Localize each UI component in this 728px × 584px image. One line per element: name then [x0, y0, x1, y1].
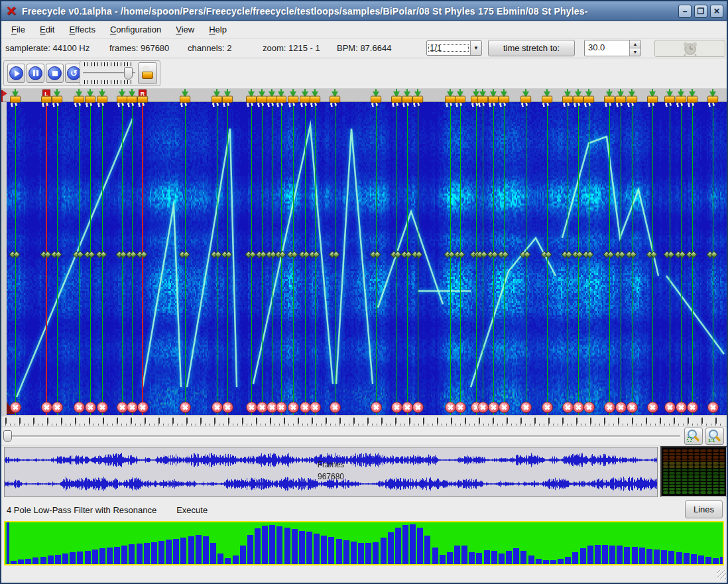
slice-diamond-handle[interactable]	[477, 252, 485, 257]
slice-diamond-handle[interactable]	[520, 252, 528, 257]
slice-diamond-handle[interactable]	[300, 252, 308, 257]
envelope-bar[interactable]	[188, 536, 194, 564]
slice-diamond-handle[interactable]	[117, 252, 125, 257]
envelope-bar[interactable]	[587, 546, 593, 564]
slice-diamond-handle[interactable]	[310, 252, 318, 257]
envelope-bar[interactable]	[233, 555, 239, 564]
slice-delete-icon[interactable]	[647, 402, 658, 413]
slider-handle[interactable]	[124, 67, 133, 80]
envelope-bar[interactable]	[55, 555, 61, 564]
slice-delete-icon[interactable]	[583, 402, 595, 413]
envelope-bar[interactable]	[440, 555, 446, 564]
envelope-bar[interactable]	[62, 554, 68, 564]
menu-configuration[interactable]: Configuration	[103, 23, 168, 36]
slice-delete-icon[interactable]	[499, 402, 510, 413]
slice-diamond-handle[interactable]	[391, 252, 399, 257]
envelope-bar[interactable]	[461, 546, 467, 564]
envelope-bar[interactable]	[269, 525, 275, 564]
slice-delete-icon[interactable]	[664, 402, 676, 413]
envelope-bar[interactable]	[225, 558, 231, 564]
slice-diamond-handle[interactable]	[10, 252, 18, 257]
slice-diamond-handle[interactable]	[371, 252, 379, 257]
envelope-bar[interactable]	[668, 551, 674, 564]
envelope-bar[interactable]	[328, 537, 334, 564]
envelope-bar[interactable]	[646, 549, 652, 564]
envelope-bar[interactable]	[543, 560, 549, 564]
envelope-bar[interactable]	[284, 528, 290, 564]
slice-diamond-handle[interactable]	[647, 252, 655, 257]
pause-button[interactable]	[27, 64, 44, 83]
slice-delete-icon[interactable]	[573, 402, 584, 413]
spin-up-icon[interactable]: ▲	[630, 40, 640, 48]
envelope-bar[interactable]	[203, 536, 209, 564]
envelope-bar[interactable]	[513, 548, 519, 564]
execute-button[interactable]: Execute	[176, 505, 208, 515]
envelope-bar[interactable]	[129, 544, 135, 564]
envelope-bar[interactable]	[343, 540, 349, 564]
slice-diamond-handle[interactable]	[499, 252, 507, 257]
envelope-bar[interactable]	[292, 529, 298, 564]
slice-delete-icon[interactable]	[74, 402, 85, 413]
envelope-bar[interactable]	[7, 522, 9, 564]
resize-grip[interactable]	[717, 570, 726, 579]
envelope-bar[interactable]	[196, 535, 202, 564]
envelope-bar[interactable]	[691, 554, 697, 564]
play-button[interactable]	[7, 64, 25, 83]
slice-delete-icon[interactable]	[127, 402, 138, 413]
envelope-bar[interactable]	[240, 546, 246, 564]
envelope-bar[interactable]	[484, 550, 490, 564]
envelope-bar[interactable]	[580, 548, 586, 564]
slice-diamond-handle[interactable]	[288, 252, 296, 257]
slice-delete-icon[interactable]	[137, 402, 149, 413]
envelope-bar[interactable]	[114, 547, 120, 564]
slice-delete-icon[interactable]	[542, 402, 553, 413]
hscroll-groove[interactable]	[4, 436, 680, 438]
envelope-bar[interactable]	[381, 538, 387, 564]
envelope-bar[interactable]	[144, 543, 150, 564]
slice-delete-icon[interactable]	[330, 402, 341, 413]
slice-diamond-handle[interactable]	[676, 252, 684, 257]
envelope-bar[interactable]	[550, 560, 556, 564]
slice-delete-icon[interactable]	[10, 402, 21, 413]
envelope-bar[interactable]	[107, 548, 113, 564]
slice-delete-icon[interactable]	[212, 402, 223, 413]
slice-delete-icon[interactable]	[707, 402, 719, 413]
slice-diamond-handle[interactable]	[257, 252, 265, 257]
slice-delete-icon[interactable]	[627, 402, 638, 413]
slice-diamond-handle[interactable]	[41, 252, 49, 257]
close-button[interactable]: ✕	[710, 5, 723, 18]
envelope-bar[interactable]	[602, 545, 608, 564]
slice-diamond-handle[interactable]	[664, 252, 672, 257]
slice-diamond-handle[interactable]	[445, 252, 453, 257]
slice-diamond-handle[interactable]	[402, 252, 410, 257]
hscroll-handle[interactable]	[3, 430, 12, 442]
envelope-bar[interactable]	[262, 526, 268, 564]
envelope-bar[interactable]	[306, 532, 312, 564]
envelope-bar[interactable]	[32, 557, 38, 564]
envelope-bar[interactable]	[166, 540, 172, 564]
slice-diamond-handle[interactable]	[707, 252, 715, 257]
envelope-bar[interactable]	[447, 552, 453, 564]
fraction-select[interactable]: 1/1 ▼	[426, 40, 482, 56]
slice-diamond-handle[interactable]	[583, 252, 591, 257]
slice-diamond-handle[interactable]	[137, 252, 145, 257]
slice-diamond-handle[interactable]	[615, 252, 623, 257]
slice-diamond-handle[interactable]	[267, 252, 274, 257]
envelope-bar[interactable]	[713, 558, 719, 564]
slice-diamond-handle[interactable]	[412, 252, 420, 257]
slice-delete-icon[interactable]	[477, 402, 489, 413]
time-ruler[interactable]	[1, 416, 727, 427]
envelope-bar[interactable]	[151, 542, 157, 564]
envelope-bar[interactable]	[520, 551, 526, 564]
slice-delete-icon[interactable]	[687, 402, 698, 413]
slice-delete-icon[interactable]	[402, 402, 413, 413]
envelope-bar[interactable]	[85, 551, 91, 564]
envelope-bar[interactable]	[558, 559, 564, 564]
spin-down-icon[interactable]: ▼	[630, 48, 640, 56]
time-stretch-button[interactable]: time stretch to:	[488, 40, 575, 56]
volume-slider[interactable]	[83, 62, 135, 84]
slice-diamond-handle[interactable]	[562, 252, 570, 257]
slice-diamond-handle[interactable]	[488, 252, 496, 257]
slice-delete-icon[interactable]	[676, 402, 687, 413]
envelope-bar[interactable]	[351, 542, 357, 564]
